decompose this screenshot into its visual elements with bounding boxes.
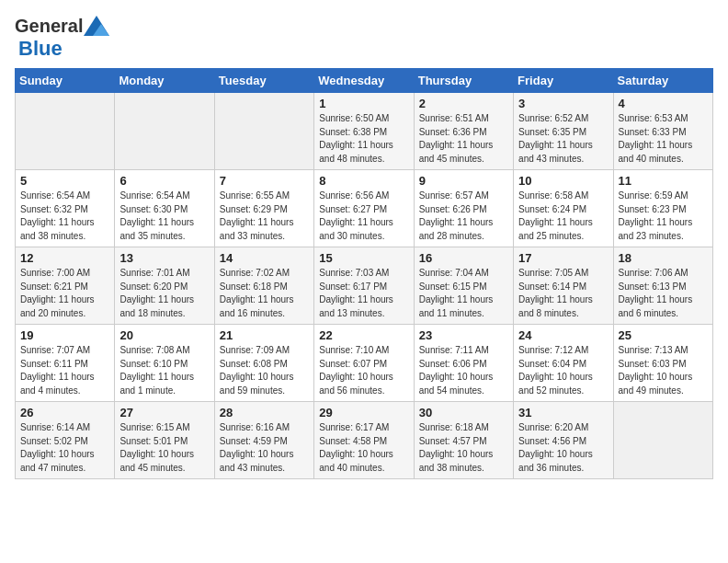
day-info: Sunrise: 7:11 AM Sunset: 6:06 PM Dayligh… [419,344,508,397]
weekday-header-sunday: Sunday [16,69,115,93]
day-info: Sunrise: 6:51 AM Sunset: 6:36 PM Dayligh… [419,112,508,166]
weekday-header-friday: Friday [514,69,613,93]
day-info: Sunrise: 6:17 AM Sunset: 4:58 PM Dayligh… [319,421,408,475]
day-number: 27 [119,406,209,419]
calendar-cell: 28Sunrise: 6:16 AM Sunset: 4:59 PM Dayli… [214,402,313,479]
day-number: 25 [619,328,708,342]
day-number: 22 [319,328,408,342]
day-info: Sunrise: 7:10 AM Sunset: 6:07 PM Dayligh… [319,344,408,397]
day-number: 1 [319,97,408,110]
day-info: Sunrise: 6:57 AM Sunset: 6:26 PM Dayligh… [419,190,508,243]
page-header: General Blue [15,15,713,61]
calendar-cell: 9Sunrise: 6:57 AM Sunset: 6:26 PM Daylig… [414,170,513,247]
calendar-week-row: 12Sunrise: 7:00 AM Sunset: 6:21 PM Dayli… [16,247,713,325]
calendar-cell: 4Sunrise: 6:53 AM Sunset: 6:33 PM Daylig… [613,93,712,170]
weekday-header-wednesday: Wednesday [314,69,414,93]
calendar-cell [214,93,313,170]
day-number: 15 [319,251,408,265]
day-number: 23 [419,328,508,342]
calendar-cell: 18Sunrise: 7:06 AM Sunset: 6:13 PM Dayli… [613,247,712,325]
day-number: 24 [518,328,608,342]
calendar-cell: 10Sunrise: 6:58 AM Sunset: 6:24 PM Dayli… [514,170,613,247]
logo-icon [83,15,110,37]
day-info: Sunrise: 7:02 AM Sunset: 6:18 PM Dayligh… [220,267,309,320]
day-info: Sunrise: 6:59 AM Sunset: 6:23 PM Dayligh… [619,190,708,243]
calendar-cell: 7Sunrise: 6:55 AM Sunset: 6:29 PM Daylig… [214,170,313,247]
calendar-cell: 24Sunrise: 7:12 AM Sunset: 6:04 PM Dayli… [514,325,613,402]
day-number: 14 [220,251,309,265]
weekday-header-monday: Monday [115,69,214,93]
day-info: Sunrise: 6:53 AM Sunset: 6:33 PM Dayligh… [619,112,708,166]
day-number: 18 [619,251,708,265]
calendar-cell: 12Sunrise: 7:00 AM Sunset: 6:21 PM Dayli… [16,247,115,325]
calendar-cell: 26Sunrise: 6:14 AM Sunset: 5:02 PM Dayli… [16,402,115,479]
day-info: Sunrise: 7:07 AM Sunset: 6:11 PM Dayligh… [20,344,109,397]
calendar-cell: 23Sunrise: 7:11 AM Sunset: 6:06 PM Dayli… [414,325,513,402]
calendar-cell: 15Sunrise: 7:03 AM Sunset: 6:17 PM Dayli… [314,247,414,325]
day-info: Sunrise: 7:01 AM Sunset: 6:20 PM Dayligh… [119,267,209,320]
day-number: 19 [20,328,109,342]
day-number: 10 [518,174,608,188]
day-number: 11 [619,174,708,188]
calendar-cell: 22Sunrise: 7:10 AM Sunset: 6:07 PM Dayli… [314,325,414,402]
day-info: Sunrise: 6:55 AM Sunset: 6:29 PM Dayligh… [220,190,309,243]
calendar-cell [613,402,712,479]
day-number: 12 [20,251,109,265]
day-number: 3 [518,97,608,110]
calendar-week-row: 1Sunrise: 6:50 AM Sunset: 6:38 PM Daylig… [16,93,713,170]
calendar-cell [115,93,214,170]
calendar-cell: 5Sunrise: 6:54 AM Sunset: 6:32 PM Daylig… [16,170,115,247]
day-number: 6 [119,174,209,188]
calendar-week-row: 19Sunrise: 7:07 AM Sunset: 6:11 PM Dayli… [16,325,713,402]
day-number: 7 [220,174,309,188]
day-number: 20 [119,328,209,342]
day-info: Sunrise: 7:08 AM Sunset: 6:10 PM Dayligh… [119,344,209,397]
logo-blue-text: Blue [18,37,63,61]
day-info: Sunrise: 7:03 AM Sunset: 6:17 PM Dayligh… [319,267,408,320]
calendar-cell: 29Sunrise: 6:17 AM Sunset: 4:58 PM Dayli… [314,402,414,479]
day-number: 4 [619,97,708,110]
day-info: Sunrise: 6:15 AM Sunset: 5:01 PM Dayligh… [119,421,209,475]
day-number: 13 [119,251,209,265]
calendar-cell: 8Sunrise: 6:56 AM Sunset: 6:27 PM Daylig… [314,170,414,247]
day-number: 9 [419,174,508,188]
day-info: Sunrise: 6:58 AM Sunset: 6:24 PM Dayligh… [518,190,608,243]
day-info: Sunrise: 6:56 AM Sunset: 6:27 PM Dayligh… [319,190,408,243]
logo-general-text: General [15,17,83,35]
day-number: 26 [20,406,109,419]
day-info: Sunrise: 7:09 AM Sunset: 6:08 PM Dayligh… [220,344,309,397]
day-info: Sunrise: 7:12 AM Sunset: 6:04 PM Dayligh… [518,344,608,397]
calendar-cell: 31Sunrise: 6:20 AM Sunset: 4:56 PM Dayli… [514,402,613,479]
calendar-cell [16,93,115,170]
weekday-header-row: SundayMondayTuesdayWednesdayThursdayFrid… [16,69,713,93]
calendar-cell: 11Sunrise: 6:59 AM Sunset: 6:23 PM Dayli… [613,170,712,247]
calendar-cell: 3Sunrise: 6:52 AM Sunset: 6:35 PM Daylig… [514,93,613,170]
calendar-cell: 20Sunrise: 7:08 AM Sunset: 6:10 PM Dayli… [115,325,214,402]
calendar-cell: 6Sunrise: 6:54 AM Sunset: 6:30 PM Daylig… [115,170,214,247]
day-number: 28 [220,406,309,419]
day-info: Sunrise: 6:54 AM Sunset: 6:30 PM Dayligh… [119,190,209,243]
calendar-week-row: 5Sunrise: 6:54 AM Sunset: 6:32 PM Daylig… [16,170,713,247]
day-number: 5 [20,174,109,188]
day-info: Sunrise: 6:14 AM Sunset: 5:02 PM Dayligh… [20,421,109,475]
day-number: 21 [220,328,309,342]
weekday-header-saturday: Saturday [613,69,712,93]
day-info: Sunrise: 6:20 AM Sunset: 4:56 PM Dayligh… [518,421,608,475]
calendar-week-row: 26Sunrise: 6:14 AM Sunset: 5:02 PM Dayli… [16,402,713,479]
calendar-cell: 30Sunrise: 6:18 AM Sunset: 4:57 PM Dayli… [414,402,513,479]
calendar-cell: 13Sunrise: 7:01 AM Sunset: 6:20 PM Dayli… [115,247,214,325]
calendar-cell: 25Sunrise: 7:13 AM Sunset: 6:03 PM Dayli… [613,325,712,402]
logo-area: General Blue [15,15,110,61]
calendar-table: SundayMondayTuesdayWednesdayThursdayFrid… [15,68,713,479]
calendar-cell: 21Sunrise: 7:09 AM Sunset: 6:08 PM Dayli… [214,325,313,402]
calendar-cell: 17Sunrise: 7:05 AM Sunset: 6:14 PM Dayli… [514,247,613,325]
calendar-cell: 27Sunrise: 6:15 AM Sunset: 5:01 PM Dayli… [115,402,214,479]
day-info: Sunrise: 7:00 AM Sunset: 6:21 PM Dayligh… [20,267,109,320]
day-info: Sunrise: 6:50 AM Sunset: 6:38 PM Dayligh… [319,112,408,166]
day-number: 17 [518,251,608,265]
calendar-cell: 2Sunrise: 6:51 AM Sunset: 6:36 PM Daylig… [414,93,513,170]
day-number: 31 [518,406,608,419]
day-info: Sunrise: 6:54 AM Sunset: 6:32 PM Dayligh… [20,190,109,243]
day-number: 30 [419,406,508,419]
day-info: Sunrise: 7:05 AM Sunset: 6:14 PM Dayligh… [518,267,608,320]
